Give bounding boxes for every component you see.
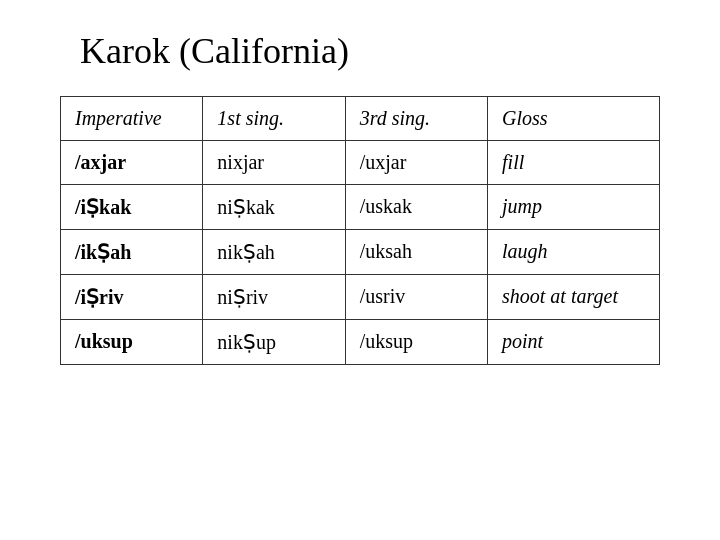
cell-3-0: /iṢriv bbox=[61, 275, 203, 320]
cell-3-1: niṢriv bbox=[203, 275, 345, 320]
cell-2-2: /uksah bbox=[345, 230, 487, 275]
page-title: Karok (California) bbox=[80, 30, 349, 72]
cell-1-0: /iṢkak bbox=[61, 185, 203, 230]
cell-2-1: nikṢah bbox=[203, 230, 345, 275]
table-row: /ikṢahnikṢah/uksahlaugh bbox=[61, 230, 660, 275]
cell-1-3: jump bbox=[488, 185, 660, 230]
cell-3-3: shoot at target bbox=[488, 275, 660, 320]
cell-2-0: /ikṢah bbox=[61, 230, 203, 275]
cell-0-1: nixjar bbox=[203, 141, 345, 185]
table-header-row: Imperative1st sing.3rd sing.Gloss bbox=[61, 97, 660, 141]
cell-4-1: nikṢup bbox=[203, 320, 345, 365]
table-row: /uksupnikṢup/uksuppoint bbox=[61, 320, 660, 365]
cell-1-2: /uskak bbox=[345, 185, 487, 230]
cell-4-2: /uksup bbox=[345, 320, 487, 365]
cell-0-2: /uxjar bbox=[345, 141, 487, 185]
cell-4-0: /uksup bbox=[61, 320, 203, 365]
cell-0-0: /axjar bbox=[61, 141, 203, 185]
header-cell-2: 3rd sing. bbox=[345, 97, 487, 141]
cell-1-1: niṢkak bbox=[203, 185, 345, 230]
table-row: /iṢkakniṢkak/uskakjump bbox=[61, 185, 660, 230]
cell-0-3: fill bbox=[488, 141, 660, 185]
linguistics-table: Imperative1st sing.3rd sing.Gloss/axjarn… bbox=[60, 96, 660, 365]
header-cell-0: Imperative bbox=[61, 97, 203, 141]
header-cell-3: Gloss bbox=[488, 97, 660, 141]
header-cell-1: 1st sing. bbox=[203, 97, 345, 141]
table-row: /axjarnixjar/uxjarfill bbox=[61, 141, 660, 185]
cell-3-2: /usriv bbox=[345, 275, 487, 320]
cell-4-3: point bbox=[488, 320, 660, 365]
cell-2-3: laugh bbox=[488, 230, 660, 275]
table-row: /iṢrivniṢriv/usrivshoot at target bbox=[61, 275, 660, 320]
